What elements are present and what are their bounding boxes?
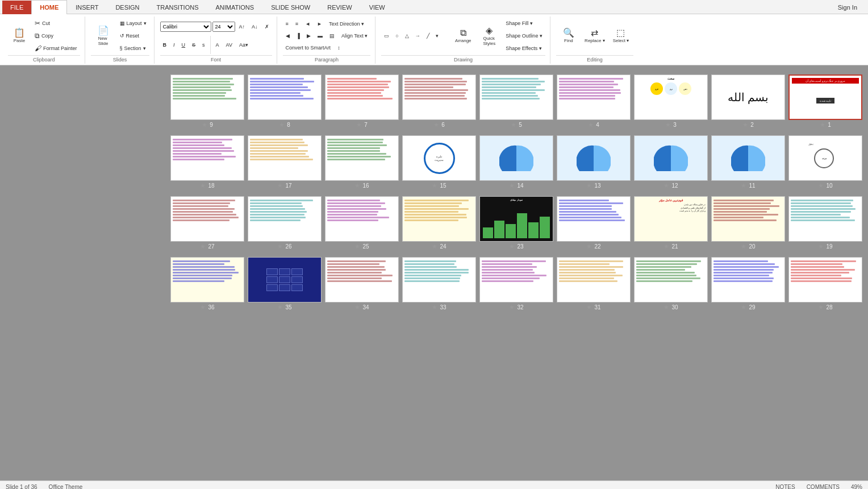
indent-more-button[interactable]: ► bbox=[314, 18, 325, 30]
slide-star[interactable]: ★ bbox=[586, 243, 592, 250]
clear-format-button[interactable]: ✗ bbox=[262, 21, 272, 32]
numbering-button[interactable]: ≡ bbox=[293, 18, 301, 30]
shape-line[interactable]: ╱ bbox=[424, 30, 432, 42]
slide-thumb-5[interactable] bbox=[479, 74, 553, 120]
slide-thumb-35[interactable] bbox=[248, 257, 322, 302]
shape-more[interactable]: ▾ bbox=[433, 30, 441, 42]
align-right-button[interactable]: ▶ bbox=[304, 30, 314, 42]
slide-star[interactable]: ★ bbox=[200, 182, 206, 189]
slide-star[interactable]: ★ bbox=[354, 243, 360, 250]
slide-star[interactable]: ★ bbox=[663, 304, 669, 311]
decrease-font-button[interactable]: A↓ bbox=[249, 21, 261, 32]
slide-star[interactable]: ★ bbox=[741, 243, 746, 250]
slide-thumb-8[interactable] bbox=[248, 74, 322, 120]
slide-thumb-15[interactable]: دایرهمدیریت bbox=[402, 135, 476, 181]
slide-thumb-33[interactable] bbox=[402, 257, 476, 302]
slide-star[interactable]: ★ bbox=[433, 121, 439, 129]
slide-thumb-16[interactable] bbox=[325, 135, 399, 181]
slide-thumb-24[interactable] bbox=[402, 196, 476, 242]
align-center-button[interactable]: ▐ bbox=[294, 30, 303, 42]
slide-star[interactable]: ★ bbox=[741, 304, 746, 311]
slide-thumb-2[interactable]: بسم الله bbox=[711, 74, 785, 120]
slide-star[interactable]: ★ bbox=[354, 182, 360, 189]
slide-item[interactable]: ★9 bbox=[170, 74, 244, 129]
justify-button[interactable]: ▬ bbox=[315, 30, 326, 42]
align-text-button[interactable]: Align Text ▾ bbox=[339, 30, 370, 42]
underline-button[interactable]: U bbox=[179, 39, 189, 51]
tab-file[interactable]: FILE bbox=[2, 1, 31, 14]
slide-item[interactable]: ★8 bbox=[248, 74, 322, 129]
notes-button[interactable]: NOTES bbox=[775, 484, 795, 489]
slide-thumb-17[interactable] bbox=[248, 135, 322, 181]
slide-star[interactable]: ★ bbox=[279, 121, 285, 129]
tab-slideshow[interactable]: SLIDE SHOW bbox=[262, 0, 319, 14]
cut-button[interactable]: ✂ Cut bbox=[32, 18, 80, 29]
slide-thumb-20[interactable] bbox=[711, 196, 785, 242]
find-button[interactable]: 🔍 Find bbox=[556, 19, 581, 53]
slide-thumb-32[interactable] bbox=[479, 257, 553, 302]
slide-item[interactable]: ★26 bbox=[248, 196, 322, 250]
tab-transitions[interactable]: TRANSITIONS bbox=[148, 0, 207, 14]
slide-item[interactable]: ★31 bbox=[557, 257, 631, 311]
slide-thumb-3[interactable]: سخت قرم نرم ذهن bbox=[634, 74, 708, 120]
slide-item[interactable]: ★25 bbox=[325, 196, 399, 250]
slide-item[interactable]: ★28 bbox=[788, 257, 862, 311]
font-color-button[interactable]: A bbox=[213, 39, 222, 51]
font-size-change-button[interactable]: Aa▾ bbox=[236, 39, 251, 51]
slide-star[interactable]: ★ bbox=[818, 182, 824, 189]
select-button[interactable]: ⬚ Select ▾ bbox=[608, 19, 633, 53]
slide-star[interactable]: ★ bbox=[586, 182, 592, 189]
slide-item[interactable]: ★7 bbox=[325, 74, 399, 129]
slide-thumb-10[interactable]: چرخه تحلیل bbox=[788, 135, 862, 181]
slide-star[interactable]: ★ bbox=[432, 243, 437, 250]
tab-signin[interactable]: Sign In bbox=[829, 0, 866, 14]
slide-star[interactable]: ★ bbox=[432, 304, 437, 311]
slide-thumb-13[interactable] bbox=[557, 135, 631, 181]
line-spacing-button[interactable]: ↕ bbox=[335, 42, 343, 53]
slide-thumb-28[interactable] bbox=[788, 257, 862, 302]
slide-item[interactable]: ★5 bbox=[479, 74, 553, 129]
slide-thumb-23[interactable]: نمودار میله‌ای bbox=[479, 196, 553, 242]
slide-star[interactable]: ★ bbox=[818, 243, 824, 250]
slide-star[interactable]: ★ bbox=[586, 304, 592, 311]
replace-button[interactable]: ⇄ Replace ▾ bbox=[582, 19, 607, 53]
slide-star[interactable]: ★ bbox=[200, 243, 206, 250]
tab-animations[interactable]: ANIMATIONS bbox=[207, 0, 263, 14]
slide-item[interactable]: ★34 bbox=[325, 257, 399, 311]
shape-triangle[interactable]: △ bbox=[402, 30, 412, 42]
slide-star[interactable]: ★ bbox=[200, 304, 206, 311]
slide-item[interactable]: نمودار میله‌ای ★23 bbox=[479, 196, 553, 250]
slide-star[interactable]: ★ bbox=[588, 121, 594, 129]
shape-effects-button[interactable]: Shape Effects ▾ bbox=[503, 43, 545, 54]
comments-button[interactable]: COMMENTS bbox=[807, 484, 840, 489]
reset-button[interactable]: ↺ Reset bbox=[117, 30, 149, 42]
slide-item[interactable]: ★27 bbox=[170, 196, 244, 250]
slide-thumb-14[interactable] bbox=[479, 135, 553, 181]
char-spacing-button[interactable]: AV bbox=[223, 39, 235, 51]
slide-item[interactable]: بسم الله ★2 bbox=[711, 74, 785, 129]
slide-item[interactable]: ★11 bbox=[711, 135, 785, 189]
slide-star[interactable]: ★ bbox=[818, 304, 824, 311]
tab-design[interactable]: DESIGN bbox=[107, 0, 148, 14]
slide-thumb-26[interactable] bbox=[248, 196, 322, 242]
increase-font-button[interactable]: A↑ bbox=[236, 21, 248, 32]
slide-item[interactable]: ★24 bbox=[402, 196, 476, 250]
tab-insert[interactable]: INSERT bbox=[67, 0, 107, 14]
slide-item[interactable]: ★29 bbox=[711, 257, 785, 311]
columns-button[interactable]: ▤ bbox=[327, 30, 337, 42]
slide-thumb-21[interactable]: قوی‌ترین عامل مؤثر در فناوریساله دور شدن… bbox=[634, 196, 708, 242]
slide-star[interactable]: ★ bbox=[665, 121, 671, 129]
slide-star[interactable]: ★ bbox=[663, 243, 669, 250]
convert-smartart-button[interactable]: Convert to SmartArt bbox=[283, 42, 334, 53]
indent-less-button[interactable]: ◄ bbox=[302, 18, 313, 30]
paste-button[interactable]: 📋 Paste bbox=[8, 19, 31, 53]
slide-star[interactable]: ★ bbox=[663, 182, 669, 189]
slide-item[interactable]: سخت قرم نرم ذهن ★3 bbox=[634, 74, 708, 129]
slide-thumb-6[interactable] bbox=[402, 74, 476, 120]
slide-thumb-25[interactable] bbox=[325, 196, 399, 242]
slide-item[interactable]: ★16 bbox=[325, 135, 399, 189]
tab-home[interactable]: HOME bbox=[31, 0, 67, 14]
font-size-select[interactable]: 24 bbox=[212, 22, 235, 32]
copy-button[interactable]: ⧉ Copy bbox=[32, 30, 80, 42]
slide-item[interactable]: ★19 bbox=[788, 196, 862, 250]
